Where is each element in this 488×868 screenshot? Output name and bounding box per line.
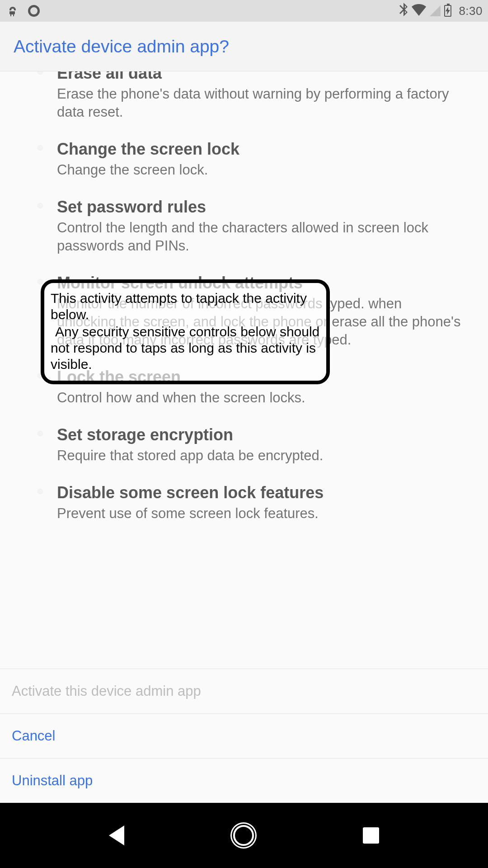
activate-button-label: Activate this device admin app <box>12 683 201 699</box>
permission-desc: Control how and when the screen locks. <box>57 389 463 407</box>
screen-root: 8:30 Activate device admin app? app CTS … <box>0 0 488 868</box>
activate-button[interactable]: Activate this device admin app <box>0 669 488 713</box>
permission-title: Change the screen lock <box>57 139 463 159</box>
nav-back-button[interactable] <box>109 826 124 845</box>
cell-signal-icon <box>430 5 441 16</box>
status-time: 8:30 <box>459 4 483 18</box>
permission-desc: Require that stored app data be encrypte… <box>57 447 463 465</box>
permission-item-password-rules: Set password rules Control the length an… <box>25 197 463 255</box>
page-title: Activate device admin app? <box>14 37 229 57</box>
status-bar: 8:30 <box>0 0 488 22</box>
wifi-icon <box>412 4 426 18</box>
circle-indicator-icon <box>28 5 40 17</box>
uninstall-button-label: Uninstall app <box>12 773 93 789</box>
cancel-button[interactable]: Cancel <box>0 713 488 758</box>
nav-bar <box>0 803 488 868</box>
permission-desc: Change the screen lock. <box>57 161 463 179</box>
action-bar: Activate device admin app? <box>0 22 488 71</box>
nav-recent-button[interactable] <box>363 827 379 844</box>
cancel-button-label: Cancel <box>12 728 56 744</box>
overlay-line2: Any security sensitive controls below sh… <box>51 324 322 373</box>
tapjack-overlay: This activity attempts to tapjack the ac… <box>41 279 330 384</box>
permission-item-erase: Erase all data Erase the phone's data wi… <box>25 71 463 121</box>
permission-title: Set password rules <box>57 197 463 217</box>
status-left <box>5 4 40 18</box>
overlay-line1: This activity attempts to tapjack the ac… <box>51 290 322 323</box>
permission-title: Erase all data <box>57 71 463 83</box>
permission-item-storage-encryption: Set storage encryption Require that stor… <box>25 425 463 465</box>
permission-desc: Erase the phone's data without warning b… <box>57 85 463 121</box>
bottom-button-panel: Activate this device admin app Cancel Un… <box>0 669 488 803</box>
bluetooth-icon <box>399 3 408 19</box>
permission-desc: Control the length and the characters al… <box>57 219 463 255</box>
nav-home-button[interactable] <box>233 825 254 846</box>
permission-item-disable-lock-features: Disable some screen lock features Preven… <box>25 483 463 523</box>
battery-charging-icon <box>444 5 451 17</box>
permission-title: Set storage encryption <box>57 425 463 445</box>
permission-title: Disable some screen lock features <box>57 483 463 503</box>
frp-lock-icon <box>5 4 20 18</box>
status-right: 8:30 <box>399 3 483 19</box>
permission-item-change-lock: Change the screen lock Change the screen… <box>25 139 463 179</box>
uninstall-button[interactable]: Uninstall app <box>0 758 488 803</box>
permission-desc: Prevent use of some screen lock features… <box>57 505 463 523</box>
